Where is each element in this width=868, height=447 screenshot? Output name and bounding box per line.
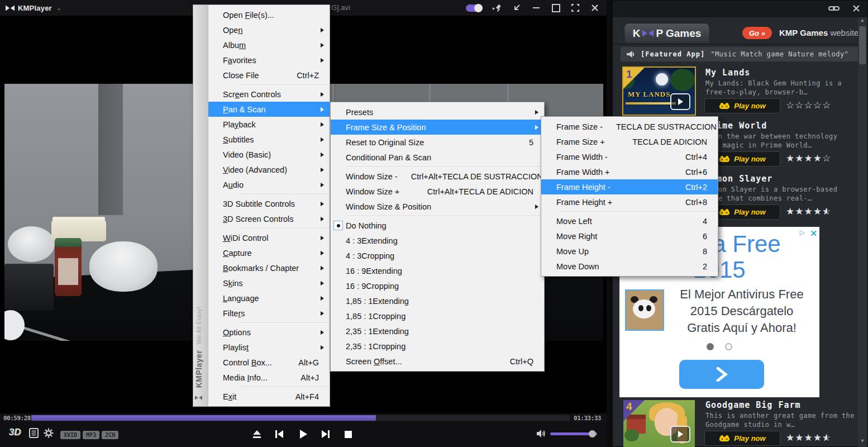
menu-item-playlist[interactable]: Playlist bbox=[208, 340, 330, 355]
menu-item-favorites[interactable]: Favorites bbox=[208, 53, 330, 68]
menu-item-2-35-1cropping[interactable]: 2,35 : 1Cropping bbox=[331, 339, 544, 354]
game-title[interactable]: Goodgame Big Farm bbox=[705, 400, 801, 410]
menu-item-window-size[interactable]: Window Size -Ctrl+Alt+TECLA DE SUSTRACCI… bbox=[331, 169, 544, 184]
menu-item-screen-controls[interactable]: Screen Controls bbox=[208, 87, 330, 102]
menu-item-album[interactable]: Album bbox=[208, 37, 330, 53]
menu-item-frame-height[interactable]: Frame Height -Ctrl+2 bbox=[541, 179, 718, 194]
menu-item-exit[interactable]: ExitAlt+F4 bbox=[208, 389, 330, 404]
big-farm-thumbnail[interactable]: 4 bbox=[623, 400, 695, 447]
menu-item-open[interactable]: Open bbox=[208, 22, 330, 37]
minimize-to-corner-icon[interactable] bbox=[512, 3, 522, 13]
rating-stars[interactable]: ★★★★☆ bbox=[786, 153, 831, 164]
3d-mode-button[interactable]: 3D bbox=[9, 427, 21, 438]
link-icon[interactable] bbox=[828, 4, 840, 14]
volume-knob[interactable] bbox=[589, 430, 596, 438]
menu-item-skins[interactable]: Skins bbox=[208, 275, 330, 291]
play-now-button[interactable]: Play now bbox=[704, 98, 780, 113]
rating-stars[interactable]: ★★★★☆★ bbox=[786, 432, 831, 444]
maximize-button[interactable] bbox=[551, 3, 561, 13]
menu-item-audio[interactable]: Audio bbox=[208, 177, 330, 192]
fullscreen-button[interactable] bbox=[570, 3, 580, 13]
tab-kmp-games[interactable]: K P Games bbox=[624, 23, 710, 43]
app-menu-button[interactable]: KMPlayer ⌄ bbox=[0, 4, 61, 12]
menu-item-subtitles[interactable]: Subtitles bbox=[208, 132, 330, 147]
menu-item-1-85-1extending[interactable]: 1,85 : 1Extending bbox=[331, 293, 544, 308]
menu-item-3d-screen-controls[interactable]: 3D Screen Controls bbox=[208, 211, 330, 226]
menu-item-screen-offset[interactable]: Screen Offset...Ctrl+Q bbox=[331, 354, 544, 369]
play-video-overlay-icon[interactable] bbox=[670, 93, 690, 110]
menu-item-capture[interactable]: Capture bbox=[208, 245, 330, 260]
stop-button[interactable] bbox=[338, 426, 357, 443]
menu-item-4-3cropping[interactable]: 4 : 3Cropping bbox=[331, 248, 544, 263]
menu-item-options[interactable]: Options bbox=[208, 325, 330, 340]
menu-item-video-basic[interactable]: Video (Basic) bbox=[208, 147, 330, 162]
menu-item-frame-width[interactable]: Frame Width -Ctrl+4 bbox=[541, 149, 718, 164]
play-button[interactable] bbox=[294, 426, 313, 443]
rating-stars[interactable]: ☆☆☆☆☆ bbox=[786, 99, 831, 111]
previous-button[interactable] bbox=[270, 426, 289, 443]
scrollbar-thumb[interactable] bbox=[859, 26, 866, 64]
scroll-down-icon[interactable]: ▼ bbox=[858, 436, 867, 446]
close-button[interactable] bbox=[590, 3, 600, 13]
menu-item-widi-control[interactable]: WiDi Control bbox=[208, 230, 330, 245]
menu-item-move-up[interactable]: Move Up8 bbox=[541, 244, 718, 259]
go-badge[interactable]: Go » bbox=[742, 27, 772, 39]
kmp-games-website-link[interactable]: KMP Games website bbox=[779, 28, 859, 37]
menu-item-playback[interactable]: Playback bbox=[208, 117, 330, 132]
carousel-dot[interactable] bbox=[725, 343, 732, 350]
menu-item-16-9extending[interactable]: 16 : 9Extending bbox=[331, 263, 544, 278]
close-panel-icon[interactable] bbox=[853, 4, 860, 14]
menu-item-3d-subtitle-controls[interactable]: 3D Subtitle Controls bbox=[208, 196, 330, 211]
featured-app-bar[interactable]: [Featured App] "Music Match game Nature … bbox=[621, 47, 860, 61]
minimize-button[interactable] bbox=[531, 3, 541, 13]
menu-item-4-3extending[interactable]: 4 : 3Extending bbox=[331, 233, 544, 248]
speaker-icon[interactable] bbox=[536, 429, 546, 440]
menu-item-move-right[interactable]: Move Right6 bbox=[541, 229, 718, 244]
menu-item-16-9cropping[interactable]: 16 : 9Cropping bbox=[331, 278, 544, 293]
menu-separator bbox=[347, 165, 543, 169]
carousel-dot-active[interactable] bbox=[707, 343, 714, 350]
menu-shortcut: Ctrl+6 bbox=[672, 168, 707, 177]
menu-item-video-advanced[interactable]: Video (Advanced) bbox=[208, 162, 330, 177]
menu-separator bbox=[558, 210, 717, 213]
play-video-overlay-icon[interactable] bbox=[670, 426, 690, 443]
menu-item-filters[interactable]: Filters bbox=[208, 306, 330, 321]
menu-item-language[interactable]: Language bbox=[208, 291, 330, 306]
menu-item-frame-height[interactable]: Frame Height +Ctrl+8 bbox=[541, 194, 718, 210]
menu-item-open-file-s[interactable]: Open File(s)... bbox=[208, 7, 330, 22]
menu-item-frame-width[interactable]: Frame Width +Ctrl+6 bbox=[541, 164, 718, 179]
rating-stars[interactable]: ★★★★☆★ bbox=[786, 206, 831, 217]
menu-item-control-box[interactable]: Control Box...Alt+G bbox=[208, 355, 330, 370]
my-lands-thumbnail[interactable]: MY LANDS 1 bbox=[622, 66, 696, 116]
menu-item-pan-scan[interactable]: Pan & Scan bbox=[208, 102, 330, 117]
volume-slider[interactable] bbox=[550, 432, 597, 435]
menu-item-window-size[interactable]: Window Size +Ctrl+Alt+TECLA DE ADICION bbox=[331, 184, 544, 199]
preview-toggle[interactable] bbox=[466, 4, 483, 12]
seek-bar[interactable] bbox=[31, 415, 570, 421]
menu-item-close-file[interactable]: Close FileCtrl+Z bbox=[208, 68, 330, 83]
game-title[interactable]: My Lands bbox=[705, 68, 750, 78]
menu-item-move-down[interactable]: Move Down2 bbox=[541, 259, 718, 274]
menu-item-frame-size[interactable]: Frame Size +TECLA DE ADICION bbox=[541, 134, 718, 149]
scroll-up-icon[interactable]: ▲ bbox=[858, 15, 867, 25]
menu-item-frame-size-position[interactable]: Frame Size & Position bbox=[331, 120, 544, 135]
games-scrollbar[interactable]: ▲ ▼ bbox=[858, 17, 867, 447]
pin-always-on-top-icon[interactable] bbox=[492, 3, 502, 13]
menu-item-conditional-pan-scan[interactable]: Conditional Pan & Scan bbox=[331, 150, 544, 165]
menu-item-media-info[interactable]: Media Info...Alt+J bbox=[208, 370, 330, 385]
ad-next-button[interactable] bbox=[679, 360, 764, 389]
menu-item-1-85-1cropping[interactable]: 1,85 : 1Cropping bbox=[331, 308, 544, 324]
menu-item-2-35-1extending[interactable]: 2,35 : 1Extending bbox=[331, 324, 544, 339]
menu-item-presets[interactable]: Presets bbox=[331, 104, 544, 120]
eject-button[interactable] bbox=[247, 426, 266, 443]
menu-item-bookmarks-chapter[interactable]: Bookmarks / Chapter bbox=[208, 260, 330, 275]
play-now-button[interactable]: Play now bbox=[704, 431, 780, 446]
menu-item-window-size-position[interactable]: Window Size & Position bbox=[331, 199, 544, 214]
gear-icon[interactable] bbox=[44, 428, 54, 440]
next-button[interactable] bbox=[316, 426, 335, 443]
menu-item-do-nothing[interactable]: Do Nothing bbox=[331, 218, 544, 233]
menu-item-frame-size[interactable]: Frame Size -TECLA DE SUSTRACCION bbox=[541, 119, 718, 134]
playlist-icon[interactable] bbox=[29, 428, 39, 440]
menu-item-reset-to-original-size[interactable]: Reset to Original Size5 bbox=[331, 135, 544, 150]
menu-item-move-left[interactable]: Move Left4 bbox=[541, 213, 718, 229]
